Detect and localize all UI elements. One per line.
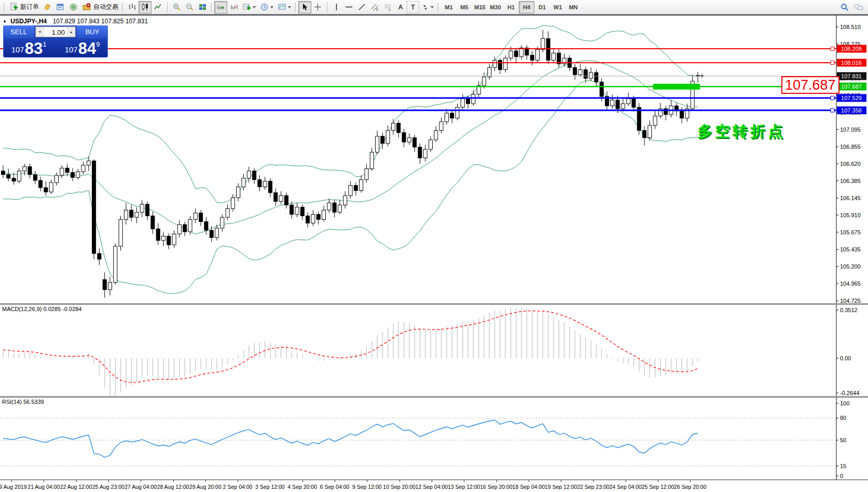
timeframe-group: M1M5M15M30H1H4D1W1MN: [441, 1, 581, 13]
main-chart-canvas[interactable]: 108.510108.275108.040107.800107.565107.3…: [0, 16, 868, 303]
buy-price[interactable]: 107 84 9: [57, 38, 108, 58]
timeframe-m15[interactable]: M15: [472, 1, 488, 13]
metaeditor-button[interactable]: [41, 1, 54, 13]
timeframe-mn[interactable]: MN: [566, 1, 581, 13]
turning-point-annotation[interactable]: 多空转折点: [697, 121, 786, 142]
time-axis-tick: [335, 480, 335, 482]
volume-decrease-button[interactable]: ▼: [36, 27, 44, 37]
arrows-icon: [421, 3, 429, 11]
toolbar-grip[interactable]: [437, 3, 439, 12]
timeframe-w1[interactable]: W1: [550, 1, 566, 13]
text-label-tool-button[interactable]: T: [407, 1, 419, 13]
bar-chart-mode-button[interactable]: [126, 1, 139, 13]
crosshair-tool-button[interactable]: [311, 1, 324, 13]
time-axis-label: 12 Sep 04:00: [416, 484, 448, 490]
zoom-in-button[interactable]: [170, 1, 183, 13]
sell-price[interactable]: 107 83 1: [3, 38, 54, 58]
bar-chart-icon: [128, 3, 136, 11]
search-button[interactable]: [838, 1, 851, 13]
dropdown-caret: [431, 6, 434, 8]
main-chart-pane: 108.510108.275108.040107.800107.565107.3…: [0, 16, 868, 303]
timeframe-m30[interactable]: M30: [488, 1, 503, 13]
text-tool-button[interactable]: A: [394, 1, 407, 13]
tile-windows-icon: [198, 3, 207, 11]
chart-title-bar: ▲ USDJPY-,H4 107.829 107.843 107.825 107…: [3, 18, 148, 25]
time-axis-label: 22 Sep 23:00: [577, 484, 609, 490]
time-axis-tick: [529, 480, 529, 482]
channel-tool-button[interactable]: E: [368, 1, 381, 13]
svg-text:105.675: 105.675: [840, 229, 861, 235]
arrows-tool-button[interactable]: [419, 1, 436, 13]
timeframe-m1[interactable]: M1: [441, 1, 457, 13]
market-watch-button[interactable]: [54, 1, 67, 13]
rsi-canvas[interactable]: 1008050150: [0, 398, 868, 480]
sell-price-pip: 1: [43, 40, 46, 48]
time-axis-tick: [270, 480, 270, 482]
chart-symbol-timeframe: USDJPY-,H4: [10, 18, 47, 25]
time-axis-label: 9 Sep 12:00: [352, 484, 382, 490]
tile-windows-button[interactable]: [196, 1, 209, 13]
time-axis-label: 29 Aug 20:00: [189, 484, 222, 490]
auto-trading-button[interactable]: 自动交易: [80, 1, 120, 13]
svg-text:105.200: 105.200: [840, 263, 861, 270]
volume-input[interactable]: 1.00: [44, 27, 67, 37]
horizontal-line-tool-button[interactable]: [342, 1, 355, 13]
navigator-button[interactable]: [67, 1, 80, 13]
clock-icon: [260, 3, 269, 11]
auto-trading-label: 自动交易: [93, 3, 118, 11]
chart-ohlc-values: 107.829 107.843 107.825 107.831: [53, 18, 148, 25]
collapse-icon[interactable]: ▲: [3, 19, 7, 23]
cursor-tool-button[interactable]: [298, 1, 311, 13]
templates-button[interactable]: [275, 1, 293, 13]
svg-text:80: 80: [840, 415, 846, 421]
chat-button[interactable]: [851, 1, 866, 13]
fibonacci-icon: F: [383, 3, 392, 11]
svg-text:107.095: 107.095: [840, 126, 861, 133]
toolbar-grip[interactable]: [121, 3, 123, 12]
time-axis-tick: [238, 480, 238, 482]
buy-price-pip: 9: [96, 40, 100, 48]
candlestick-mode-button[interactable]: [139, 1, 151, 13]
line-chart-mode-button[interactable]: [151, 1, 164, 13]
volume-stepper: ▼ 1.00 ▲: [35, 26, 76, 37]
time-axis[interactable]: 19 Aug 201921 Aug 04:0022 Aug 12:0025 Au…: [0, 480, 868, 492]
periods-button[interactable]: [258, 1, 275, 13]
svg-text:106.620: 106.620: [840, 161, 861, 167]
svg-text:105.435: 105.435: [840, 246, 861, 252]
timeframe-h4[interactable]: H4: [519, 1, 534, 13]
toolbar-grip[interactable]: [3, 3, 5, 12]
chart-shift-button[interactable]: [227, 1, 240, 13]
macd-canvas[interactable]: 0.35120.00-0.2644: [0, 305, 868, 396]
svg-text:107.831: 107.831: [841, 73, 862, 79]
timeframe-h1[interactable]: H1: [503, 1, 519, 13]
text-tool-icon: A: [398, 4, 403, 11]
new-chart-button[interactable]: [240, 1, 258, 13]
svg-text:0: 0: [840, 473, 843, 479]
trendline-tool-button[interactable]: [355, 1, 368, 13]
time-axis-label: 26 Sep 20:00: [674, 484, 706, 490]
timeframe-m5[interactable]: M5: [457, 1, 472, 13]
volume-increase-button[interactable]: ▲: [67, 27, 75, 37]
time-axis-tick: [141, 480, 141, 482]
macd-label: MACD(12,26,9) 0.0285 -0.0284: [2, 306, 81, 312]
zoom-out-button[interactable]: [183, 1, 196, 13]
svg-text:E: E: [376, 8, 378, 11]
time-axis-tick: [561, 480, 561, 482]
price-level-text-box[interactable]: 107.687: [781, 76, 839, 94]
fibonacci-tool-button[interactable]: F: [381, 1, 394, 13]
vertical-line-tool-button[interactable]: [330, 1, 342, 13]
time-axis-label: 4 Sep 20:00: [287, 484, 317, 490]
new-order-icon: [9, 3, 18, 11]
buy-button[interactable]: BUY: [77, 25, 108, 38]
timeframe-d1[interactable]: D1: [534, 1, 550, 13]
auto-scroll-button[interactable]: [214, 1, 227, 13]
time-axis-tick: [432, 480, 432, 482]
toolbar-grip[interactable]: [210, 3, 212, 12]
sell-button[interactable]: SELL: [3, 25, 34, 38]
search-icon: [840, 3, 849, 12]
toolbar-grip[interactable]: [294, 3, 296, 12]
new-order-button[interactable]: 新订单: [7, 1, 41, 13]
svg-text:106.145: 106.145: [840, 195, 861, 201]
svg-text:108.510: 108.510: [840, 24, 861, 30]
svg-text:108.016: 108.016: [841, 60, 862, 66]
